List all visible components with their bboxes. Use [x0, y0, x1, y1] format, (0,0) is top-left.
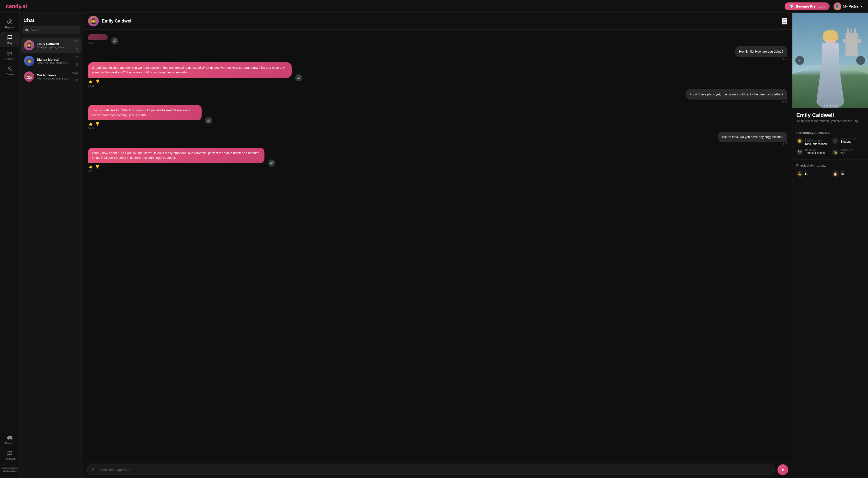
attr-label: OCCUPATION: [841, 137, 856, 140]
menu-icon: ☰: [782, 18, 787, 24]
avatar: 👩‍🔬: [24, 71, 34, 82]
attr-label: AGE: [841, 170, 846, 173]
sidebar-item-explore[interactable]: Explore: [0, 17, 19, 31]
dot: [827, 105, 828, 106]
chat-info: Mei Ishikawa *Mei is a young scientist f…: [37, 73, 79, 80]
body-icon: 💪: [796, 170, 803, 177]
discord-icon: [7, 435, 12, 441]
sidebar-item-create[interactable]: Create: [0, 64, 19, 78]
roleplay-icon: 🎭: [832, 149, 839, 156]
chat-time: 13:33: [72, 56, 79, 59]
occupation-icon: 🎓: [832, 137, 839, 144]
avatar: 👩‍🎓: [24, 40, 34, 51]
become-premium-button[interactable]: 💎 Become Premium: [784, 2, 829, 10]
menu-button[interactable]: ☰: [782, 18, 787, 25]
sidebar-item-label: Discord: [5, 442, 14, 445]
svg-point-0: [7, 20, 12, 24]
personality-attributes-section: Personality Attributes: 😊 BASE PERSONALI…: [793, 127, 868, 160]
attr-label: HOBBIES: [805, 149, 825, 151]
dot-indicators: [824, 105, 837, 106]
dislike-button[interactable]: 👎: [95, 164, 100, 169]
delete-icon[interactable]: 🗑: [75, 63, 79, 66]
my-profile-label: My Profile: [843, 4, 859, 8]
sidebar-item-label: Create: [6, 73, 14, 76]
message-bubble: Hmm.. how about "The Fault in Our Stars"…: [88, 148, 265, 163]
prev-image-button[interactable]: ‹: [795, 56, 804, 65]
send-button[interactable]: ➤: [777, 464, 788, 475]
message-time: 14:12: [88, 41, 94, 44]
list-item[interactable]: 👩‍🔬 Mei Ishikawa *Mei is a young scienti…: [21, 69, 82, 84]
message-row: Great! Just finished my morning workout …: [88, 62, 787, 87]
dislike-button[interactable]: 👎: [95, 121, 100, 126]
attr-label: ROLEPLAY: [841, 149, 853, 151]
delete-icon[interactable]: 🗑: [75, 78, 79, 82]
send-icon: ➤: [781, 467, 785, 472]
chat-preview: *Mei is a young scientist f...: [37, 77, 79, 80]
sidebar-item-gallery[interactable]: Gallery: [0, 48, 19, 63]
sidebar-item-feedback[interactable]: Feedback: [0, 448, 19, 463]
attr-value: Tennis, Fitness: [805, 151, 825, 155]
attribute-item: 😊 BASE PERSONALITY Kind, affectionate: [796, 137, 829, 146]
my-profile-button[interactable]: 👤 My Profile ▾: [834, 2, 862, 10]
message-row: That sounds like fun! Which movie would …: [88, 105, 787, 130]
attribute-item: 🎭 ROLEPLAY N/A: [832, 149, 864, 156]
attribute-item: 🎓 OCCUPATION Student: [832, 137, 864, 146]
message-bubble: I've no idea. Do you have any suggestion…: [718, 132, 787, 142]
chevron-down-icon: ▾: [860, 4, 862, 8]
attr-value: Kind, affectionate: [805, 142, 829, 146]
attribute-item: 🎂 AGE 20: [832, 170, 864, 177]
like-button[interactable]: 👍: [88, 79, 93, 84]
chat-icon: [7, 35, 12, 41]
chat-header-name: Emily Caldwell: [102, 19, 133, 24]
next-image-button[interactable]: ›: [856, 56, 865, 65]
attr-value: N/A: [841, 151, 853, 155]
avatar: 👤: [834, 2, 841, 10]
wand-icon: [7, 66, 12, 72]
chat-info: Emily Caldwell *Emily is a young studen.…: [37, 42, 79, 49]
message-row: I've no idea. Do you have any suggestion…: [88, 132, 787, 146]
sidebar-item-label: Feedback: [4, 457, 16, 460]
dot: [833, 105, 834, 106]
message-time: 18:12: [781, 58, 787, 60]
premium-label: Become Premium: [796, 4, 825, 8]
sidebar-item-label: Chat: [7, 41, 12, 44]
dislike-button[interactable]: 👎: [95, 79, 100, 84]
message-bubble: I don't have plans yet, maybe we could g…: [686, 89, 787, 100]
physical-attributes-section: Physical Attributes: 💪 BODY Fit 🎂 AGE 20: [793, 160, 868, 181]
message-row: I don't have plans yet, maybe we could g…: [88, 89, 787, 103]
message-bubble: Great! Just finished my morning workout …: [88, 62, 291, 78]
audio-button[interactable]: 🔊: [268, 159, 275, 167]
attr-label: BODY: [805, 170, 812, 173]
delete-icon[interactable]: 🗑: [75, 47, 79, 51]
dot: [824, 105, 825, 106]
topbar-right: 💎 Become Premium 👤 My Profile ▾: [784, 2, 862, 10]
sidebar-item-discord[interactable]: Discord: [0, 433, 19, 447]
terms-link[interactable]: Terms of Service: [1, 466, 18, 469]
profile-desc: Young law school student, you can call h…: [796, 119, 864, 123]
age-icon: 🎂: [832, 170, 839, 177]
avatar: 👩: [24, 56, 34, 66]
message-time: 18:16: [781, 143, 787, 146]
privacy-link[interactable]: Privacy Policy: [1, 469, 18, 472]
gallery-icon: [7, 51, 12, 56]
message-input[interactable]: [87, 465, 775, 475]
ai-message-wrapper: Great! Just finished my morning workout …: [88, 62, 401, 78]
like-button[interactable]: 👍: [88, 164, 93, 169]
attr-label: BASE PERSONALITY: [805, 137, 829, 142]
message-bubble: Hey Emily! How are you doing?: [735, 46, 787, 57]
dot-active: [830, 105, 831, 106]
ai-message-wrapper: 🔊: [88, 33, 118, 41]
audio-button[interactable]: 🔊: [111, 37, 118, 44]
audio-button[interactable]: 🔊: [295, 74, 302, 82]
like-button[interactable]: 👍: [88, 121, 93, 126]
chat-time: 09:25: [72, 71, 79, 74]
avatar: 👩‍🎓: [88, 15, 99, 26]
list-item[interactable]: 👩 Bianca Moretti Great! You look amazing…: [21, 53, 82, 68]
audio-button[interactable]: 🔊: [205, 117, 212, 124]
sidebar-item-chat[interactable]: Chat: [0, 32, 19, 47]
logo-dot: .ai: [21, 3, 27, 9]
sidebar-bottom: Discord Feedback Terms of Service Privac…: [0, 433, 19, 474]
search-input[interactable]: [23, 26, 80, 34]
list-item[interactable]: 👩‍🎓 Emily Caldwell *Emily is a young stu…: [21, 38, 82, 53]
sidebar-top: Explore Chat Gallery: [0, 17, 19, 78]
